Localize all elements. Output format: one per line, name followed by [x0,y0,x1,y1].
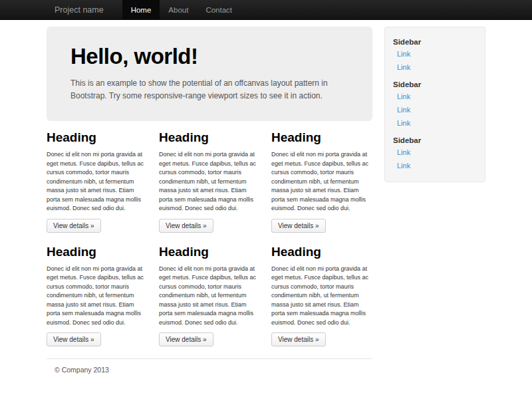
sidebar-link[interactable]: Link [392,47,478,61]
jumbotron-description: This is an example to show the potential… [70,77,348,102]
view-details-button[interactable]: View details » [47,219,101,233]
card-heading: Heading [159,130,259,145]
sidebar-link[interactable]: Link [392,146,478,159]
card: Heading Donec id elit non mi porta gravi… [271,245,372,347]
footer-copyright: © Company 2013 [47,366,372,374]
footer-divider [47,358,372,359]
nav-item-home[interactable]: Home [122,0,160,19]
sidebar-group: Sidebar Link Link [392,136,478,172]
card-heading: Heading [159,245,259,259]
card-body: Donec id elit non mi porta gravida at eg… [159,265,259,328]
navbar-inner: Project name Home About Contact [47,0,485,19]
jumbotron-title: Hello, world! [70,44,348,69]
card-heading: Heading [47,245,147,259]
page-container: Hello, world! This is an example to show… [47,27,485,374]
sidebar: Sidebar Link Link Sidebar Link Link Link… [384,27,485,182]
view-details-button[interactable]: View details » [271,219,326,233]
view-details-button[interactable]: View details » [271,332,326,346]
sidebar-group-title: Sidebar [392,136,478,144]
sidebar-group: Sidebar Link Link [392,38,478,74]
sidebar-group: Sidebar Link Link Link [392,80,478,130]
view-details-button[interactable]: View details » [159,332,213,346]
card-body: Donec id elit non mi porta gravida at eg… [271,150,372,213]
sidebar-link[interactable]: Link [392,103,478,116]
navbar: Project name Home About Contact [0,0,532,20]
sidebar-link[interactable]: Link [392,90,478,103]
sidebar-link[interactable]: Link [392,61,478,74]
view-details-button[interactable]: View details » [47,332,101,346]
sidebar-link[interactable]: Link [392,159,478,172]
card: Heading Donec id elit non mi porta gravi… [159,245,259,347]
card-heading: Heading [271,245,372,259]
card-heading: Heading [47,130,147,145]
card: Heading Donec id elit non mi porta gravi… [271,130,372,233]
footer: © Company 2013 [47,358,372,374]
cards-row-2: Heading Donec id elit non mi porta gravi… [47,245,372,347]
brand-link[interactable]: Project name [47,0,122,19]
main-content: Hello, world! This is an example to show… [47,27,372,374]
card-body: Donec id elit non mi porta gravida at eg… [159,150,259,213]
sidebar-group-title: Sidebar [392,80,478,88]
jumbotron: Hello, world! This is an example to show… [47,27,372,121]
card-body: Donec id elit non mi porta gravida at eg… [47,265,147,328]
card: Heading Donec id elit non mi porta gravi… [159,130,259,233]
card-body: Donec id elit non mi porta gravida at eg… [271,265,372,328]
main-nav: Home About Contact [122,0,241,19]
card: Heading Donec id elit non mi porta gravi… [47,130,147,233]
sidebar-group-title: Sidebar [392,38,478,46]
card: Heading Donec id elit non mi porta gravi… [47,245,147,347]
cards-row-1: Heading Donec id elit non mi porta gravi… [47,130,372,233]
view-details-button[interactable]: View details » [159,219,213,233]
nav-item-contact[interactable]: Contact [197,0,241,19]
sidebar-link[interactable]: Link [392,116,478,130]
content-row: Hello, world! This is an example to show… [47,27,485,374]
card-heading: Heading [271,130,372,145]
card-body: Donec id elit non mi porta gravida at eg… [47,150,147,213]
nav-item-about[interactable]: About [160,0,197,19]
